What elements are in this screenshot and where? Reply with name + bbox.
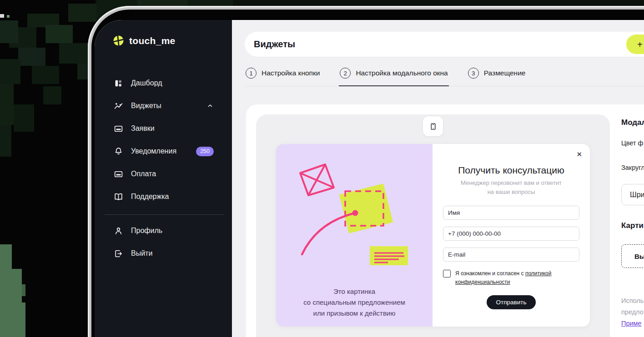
consent-checkbox[interactable] (443, 270, 451, 278)
sidebar-item-label: Заявки (131, 124, 155, 133)
profile-icon (114, 226, 123, 236)
modal-subtitle-line: на ваши вопросы (443, 188, 579, 197)
tab-label: Настройка модального окна (356, 69, 448, 77)
modal-image-area: Это картинка со специальным предложением… (276, 144, 433, 327)
notifications-count-badge: 250 (196, 147, 214, 156)
page-title: Виджеты (245, 39, 295, 50)
name-field[interactable] (443, 206, 579, 220)
bell-icon (114, 147, 123, 156)
tab-modal-settings[interactable]: 2 Настройка модального окна (339, 63, 448, 86)
sidebar-item-requests[interactable]: Заявки (95, 117, 232, 140)
bg-color-label: Цвет ф (621, 139, 644, 147)
mobile-preview-toggle[interactable] (423, 116, 443, 136)
tab-label: Настройка кнопки (262, 69, 320, 77)
close-icon[interactable]: ✕ (576, 151, 582, 158)
payment-card-icon (114, 169, 123, 179)
sidebar-item-payment[interactable]: Оплата (95, 163, 232, 185)
requests-card-icon (114, 124, 123, 134)
image-caption: Это картинка со специальным предложением… (276, 286, 433, 319)
tab-number: 2 (340, 68, 351, 79)
sidebar-divider (105, 214, 224, 215)
image-hint-line: Исполь (621, 295, 644, 307)
sidebar-item-logout[interactable]: Выйти (95, 242, 232, 265)
email-field[interactable] (443, 248, 579, 262)
brand-name: touch_me (129, 35, 176, 46)
modal-subtitle-line: Менеджер перезвонит вам и ответит (443, 178, 579, 188)
submit-button[interactable]: Отправить (487, 295, 536, 309)
sidebar-item-widgets[interactable]: Виджеты (95, 94, 232, 117)
sidebar-item-label: Уведомления (131, 147, 188, 155)
sidebar-item-label: Выйти (131, 249, 152, 258)
consent-label: Я ознакомлен и согласен с политикой конф… (455, 269, 561, 287)
image-hint: Исполь предло Приме (621, 295, 644, 329)
logout-icon (114, 249, 123, 258)
wizard-tabs: 1 Настройка кнопки 2 Настройка модальног… (245, 63, 644, 86)
content-card: Это картинка со специальным предложением… (246, 104, 644, 337)
sidebar-item-label: Поддержка (131, 193, 169, 201)
consent-text: Я ознакомлен и согласен с (455, 270, 525, 277)
sidebar-nav: Дашборд Виджеты (95, 72, 232, 265)
support-book-icon (114, 192, 123, 202)
modal-settings-panel: Модал Цвет ф Закругл Шри Карти Вы Исполь… (621, 114, 644, 329)
brand-logo[interactable]: touch_me (95, 20, 232, 46)
widget-preview-panel: Это картинка со специальным предложением… (256, 114, 610, 337)
phone-field[interactable] (443, 227, 579, 241)
sidebar-item-support[interactable]: Поддержка (95, 185, 232, 208)
image-caption-line: или призывом к действию (276, 308, 433, 319)
example-link[interactable]: Приме (621, 320, 642, 327)
tab-button-settings[interactable]: 1 Настройка кнопки (245, 63, 321, 86)
sidebar-item-label: Оплата (131, 170, 156, 178)
modal-preview: Это картинка со специальным предложением… (276, 144, 590, 327)
radius-label: Закругл (621, 164, 644, 171)
sidebar-item-label: Профиль (131, 227, 162, 235)
page-background: touch_me Дашборд (0, 0, 644, 337)
modal-form-area: ✕ Получить консультацию Менеджер перезво… (433, 144, 590, 327)
app-screen: touch_me Дашборд (95, 20, 644, 337)
image-settings-heading: Карти (621, 221, 644, 230)
font-select[interactable]: Шри (621, 184, 644, 205)
sidebar-item-notifications[interactable]: Уведомления 250 (95, 140, 232, 163)
brand-logo-icon (113, 35, 124, 46)
consent-row: Я ознакомлен и согласен с политикой конф… (443, 269, 579, 287)
chevron-up-icon[interactable] (206, 102, 214, 109)
plus-icon: + (637, 40, 643, 49)
tab-number: 3 (468, 68, 479, 79)
page-header: Виджеты + До (245, 32, 644, 57)
image-upload-dropzone[interactable]: Вы (621, 244, 644, 268)
main-area: Виджеты + До 1 Настройка кнопки 2 Настро… (232, 20, 644, 337)
modal-subtitle: Менеджер перезвонит вам и ответит на ваш… (443, 178, 579, 196)
sidebar-item-profile[interactable]: Профиль (95, 219, 232, 242)
sidebar-item-dashboard[interactable]: Дашборд (95, 72, 232, 94)
tab-label: Размещение (484, 69, 526, 77)
sidebar-item-label: Виджеты (131, 102, 199, 110)
modal-title: Получить консультацию (443, 165, 579, 176)
add-widget-button[interactable]: + До (626, 35, 644, 54)
image-caption-line: Это картинка (276, 286, 433, 297)
tab-number: 1 (246, 68, 257, 79)
dashboard-icon (114, 79, 123, 88)
modal-settings-heading: Модал (621, 118, 644, 127)
image-hint-line: предло (621, 307, 644, 318)
sidebar-item-label: Дашборд (131, 79, 162, 87)
tab-placement[interactable]: 3 Размещение (467, 63, 527, 86)
image-caption-line: со специальным предложением (276, 297, 433, 308)
sidebar: touch_me Дашборд (95, 20, 232, 337)
mobile-icon (429, 122, 438, 131)
widgets-icon (114, 101, 123, 111)
